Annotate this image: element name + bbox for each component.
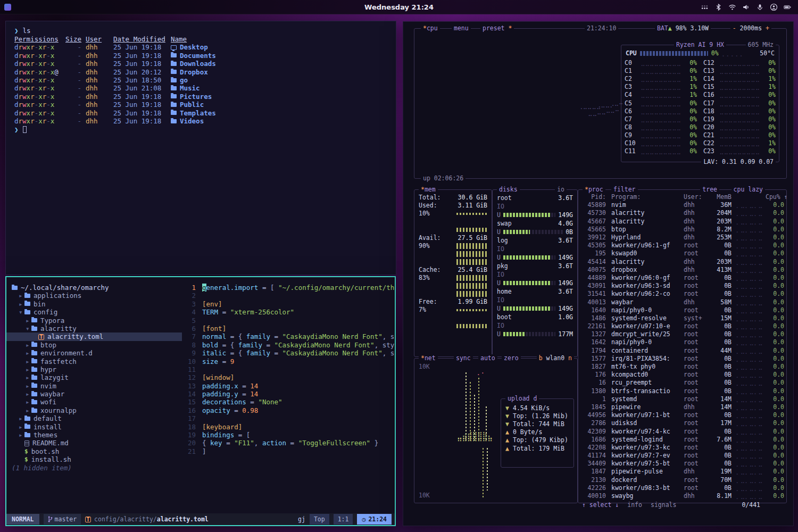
code-line[interactable]: 4TERM = "xterm-256color" (182, 308, 395, 316)
proc-row[interactable]: 34409kworker/u97:5-btroot0B⡀⣀⡀⣀⡀⣀0.0 (578, 460, 786, 468)
disks-io-toggle[interactable]: io (555, 186, 567, 194)
battery-icon[interactable] (784, 3, 792, 11)
process-panel-title[interactable]: *proc (583, 186, 605, 194)
code-line[interactable]: 1general.import = [ "~/.config/omarchy/c… (182, 284, 395, 292)
code-line[interactable]: 8bold = { family = "CaskaydiaMono Nerd F… (182, 341, 395, 349)
proc-row[interactable]: 39912Hyprlanddhh253M⡀⣀⡀⣀⡀⣀0.0 (578, 234, 786, 242)
proc-row[interactable]: 40013waybardhh58M⡀⣀⡀⣀⡀⣀0.0 (578, 298, 786, 306)
proc-filter-button[interactable]: filter (611, 186, 638, 194)
microphone-icon[interactable] (756, 3, 764, 11)
proc-row[interactable]: 40010swaybgdhh8.1M⡀⣀⡀⣀⡀⣀0.0 (578, 492, 786, 500)
chevron-right-icon[interactable] (26, 317, 31, 325)
proc-row[interactable]: 45730alacrittydhh204M⡀⣀⡀⣀⡀⣀0.0 (578, 209, 786, 217)
proc-info-button[interactable]: info (627, 501, 642, 509)
volume-icon[interactable] (742, 3, 750, 11)
code-line[interactable]: 13padding.x = 14 (182, 382, 395, 390)
proc-row[interactable]: 1640napi/phy0-0root0B⡀⣀⡀⣀⡀⣀0.0 (578, 306, 786, 314)
disks-panel-title[interactable]: disks (497, 186, 520, 194)
tree-item-hypr[interactable]: hypr (6, 365, 182, 373)
network-panel-title[interactable]: *net (419, 354, 438, 362)
proc-row[interactable]: 2786udisksdroot17M⡀⣀⡀⣀⡀⣀0.0 (578, 419, 786, 427)
code-line[interactable]: 11 (182, 365, 395, 373)
tree-item-themes[interactable]: themes (6, 431, 182, 439)
iface-next-button[interactable]: n (568, 354, 572, 362)
code-line[interactable]: 3[env] (182, 300, 395, 308)
chevron-right-icon[interactable] (26, 373, 31, 381)
tree-item-lazygit[interactable]: lazygit (6, 373, 182, 381)
chevron-right-icon[interactable] (19, 300, 24, 308)
proc-select-hint[interactable]: ↑ select ↓ (582, 501, 619, 509)
proc-sort-button[interactable]: cpu lazy (732, 186, 765, 194)
chevron-down-icon[interactable] (26, 325, 31, 332)
proc-row[interactable]: 44889kworker/u96:0-gfroot0B⡀⣀⡀⣀⡀⣀0.0 (578, 274, 786, 282)
bluetooth-icon[interactable] (714, 3, 722, 11)
proc-tree-button[interactable]: tree (700, 186, 719, 194)
tree-item-install.sh[interactable]: $install.sh (6, 455, 182, 463)
tree-item-waybar[interactable]: waybar (6, 390, 182, 398)
code-editor[interactable]: 1general.import = [ "~/.config/omarchy/c… (182, 277, 395, 513)
chevron-right-icon[interactable] (26, 390, 31, 398)
proc-header-row[interactable]: Pid:Program:User:MemBCpu% ↑ (578, 193, 786, 201)
code-line[interactable]: 6[font] (182, 325, 395, 332)
code-line[interactable]: 14padding.y = 14 (182, 390, 395, 398)
terminal-window-ls[interactable]: ❯ ls Permissions Size User Date Modified… (5, 21, 396, 275)
code-line[interactable]: 5 (182, 317, 395, 325)
proc-row[interactable]: 2130dockerdroot70M⡀⣀⡀⣀⡀⣀0.0 (578, 476, 786, 484)
preset-button[interactable]: preset * (480, 24, 514, 32)
proc-row[interactable]: 1845pipewiredhh14M⡀⣀⡀⣀⡀⣀0.0 (578, 403, 786, 411)
proc-row[interactable]: 1486systemd-resolvesyst+15M⡀⣀⡀⣀⡀⣀0.0 (578, 314, 786, 322)
code-line[interactable]: 9italic = { family = "CaskaydiaMono Nerd… (182, 349, 395, 357)
proc-row[interactable]: 43091kworker/u96:3-sdroot0B⡀⣀⡀⣀⡀⣀0.0 (578, 282, 786, 290)
tree-item-xournalpp[interactable]: xournalpp (6, 406, 182, 414)
tree-item-applications[interactable]: applications (6, 292, 182, 300)
code-line[interactable]: 21] (182, 447, 395, 455)
tree-item-fastfetch[interactable]: fastfetch (6, 358, 182, 365)
proc-row[interactable]: 1847pipewire-pulsedhh19M⡀⣀⡀⣀⡀⣀0.0 (578, 468, 786, 476)
net-zero-button[interactable]: zero (502, 354, 521, 362)
proc-row[interactable]: 45889nvimdhh36M⡀⣀⡀⣀⡀⣀0.0 (578, 201, 786, 209)
net-auto-button[interactable]: auto (478, 354, 497, 362)
proc-row[interactable]: 176kcompactd0root0B⡀⣀⡀⣀⡀⣀0.0 (578, 371, 786, 379)
chevron-right-icon[interactable] (26, 341, 31, 349)
tree-item-boot.sh[interactable]: $boot.sh (6, 447, 182, 455)
code-line[interactable]: 20{ key = "F11", action = "ToggleFullscr… (182, 439, 395, 447)
wifi-icon[interactable] (728, 3, 736, 11)
net-interface-switcher[interactable]: b wlan0 n (537, 354, 574, 362)
chevron-right-icon[interactable] (26, 398, 31, 406)
user-icon[interactable] (770, 3, 778, 11)
chevron-right-icon[interactable] (19, 414, 24, 422)
code-line[interactable]: 10size = 9 (182, 358, 395, 365)
code-line[interactable]: 18[keyboard] (182, 423, 395, 431)
proc-row[interactable]: 1827mt76-tx phy0root0B⡀⣀⡀⣀⡀⣀0.0 (578, 363, 786, 371)
tree-item-default[interactable]: default (6, 414, 182, 422)
proc-row[interactable]: 45414alacrittydhh203M⡀⣀⡀⣀⡀⣀0.0 (578, 258, 786, 266)
code-line[interactable]: 16opacity = 0.98 (182, 406, 395, 414)
proc-row[interactable]: 44956kworker/u97:1-btroot0B⡀⣀⡀⣀⡀⣀0.0 (578, 411, 786, 419)
tree-item-alacritty.toml[interactable]: Talacritty.toml (6, 332, 182, 340)
proc-row[interactable]: 1577irq/81-PIXA3854:root0B⡀⣀⡀⣀⡀⣀0.0 (578, 355, 786, 363)
tree-item-typora[interactable]: Typora (6, 317, 182, 325)
proc-row[interactable]: 16rcu_preemptroot0B⡀⣀⡀⣀⡀⣀0.0 (578, 379, 786, 387)
code-line[interactable]: 2 (182, 292, 395, 300)
chevron-right-icon[interactable] (19, 423, 24, 431)
chevron-right-icon[interactable] (26, 365, 31, 373)
proc-row[interactable]: 1642napi/phy0-0root0B⡀⣀⡀⣀⡀⣀0.0 (578, 338, 786, 346)
proc-row[interactable]: 42208kworker/u97:3-kcroot0B⡀⣀⡀⣀⡀⣀0.0 (578, 444, 786, 452)
chevron-right-icon[interactable] (26, 406, 31, 414)
interval-minus-button[interactable]: - (733, 24, 736, 32)
interval-plus-button[interactable]: + (766, 24, 769, 32)
code-line[interactable]: 17 (182, 414, 395, 422)
memory-panel-title[interactable]: *mem (419, 186, 438, 194)
code-line[interactable]: 7normal = { family = "CaskaydiaMono Nerd… (182, 332, 395, 340)
tree-item-config[interactable]: config (6, 308, 182, 316)
menu-button[interactable]: menu (452, 24, 471, 32)
tree-item--.local-share-omarchy[interactable]: ~/.local/share/omarchy (6, 284, 182, 292)
cpu-panel-title[interactable]: *cpu (421, 24, 440, 32)
proc-row[interactable]: 1327dmcrypt_write/25root0B⡀⣀⡀⣀⡀⣀0.0 (578, 330, 786, 338)
chevron-right-icon[interactable] (19, 292, 24, 300)
iface-prev-button[interactable]: b (539, 354, 543, 362)
chevron-right-icon[interactable] (26, 358, 31, 365)
proc-row[interactable]: 1380btrfs-transactioroot0B⡀⣀⡀⣀⡀⣀0.0 (578, 387, 786, 395)
proc-row[interactable]: 42309kworker/u97:4-kcroot0B⡀⣀⡀⣀⡀⣀0.0 (578, 427, 786, 435)
proc-row[interactable]: 42226kworker/u98:3-btroot0B⡀⣀⡀⣀⡀⣀0.0 (578, 484, 786, 492)
